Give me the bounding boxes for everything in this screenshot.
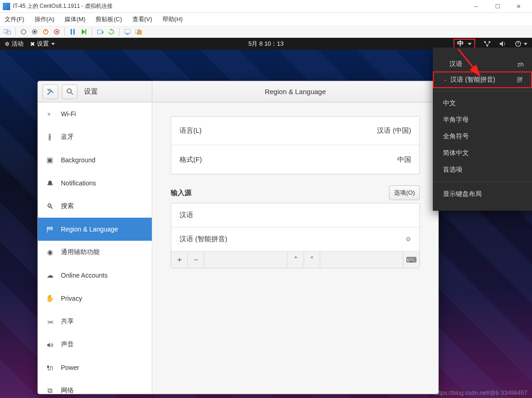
ime-option-label: 全角符号 [441, 132, 524, 141]
svg-rect-12 [85, 29, 86, 35]
settings-search-button[interactable] [62, 84, 78, 99]
svg-marker-14 [110, 29, 111, 31]
clock-label: 5月 8 10：13 [248, 40, 284, 47]
app-menu[interactable]: ✖ 设置 [30, 40, 55, 48]
sidebar-item-label: Power [61, 364, 79, 371]
menu-clipboard[interactable]: 剪贴板(C) [96, 15, 122, 24]
ime-option-hanyu[interactable]: 汉语 zh [433, 56, 532, 72]
sidebar-item-online-accounts[interactable]: ☁Online Accounts [38, 264, 152, 287]
ime-preferences[interactable]: 首选项 [433, 161, 532, 178]
sidebar-item-background[interactable]: ▣Background [38, 149, 152, 172]
power-icon: 🔌︎ [45, 364, 54, 372]
ime-mode-halfwidth[interactable]: 半角字母 [433, 112, 532, 128]
bluetooth-icon: ∦ [45, 133, 54, 141]
sidebar-item-label: Privacy [61, 295, 82, 302]
input-sources-options-button[interactable]: 选项(O) [389, 185, 420, 200]
separator [433, 91, 532, 91]
shutdown-button[interactable] [41, 27, 50, 36]
vm-desktop: ✲ 活动 ✖ 设置 5月 8 10：13 中 [0, 38, 532, 398]
input-source-row[interactable]: 汉语 [171, 203, 419, 227]
sidebar-item-search[interactable]: 🔍︎搜索 [38, 195, 152, 218]
minimize-button[interactable]: ─ [466, 0, 487, 13]
row-formats[interactable]: 格式(F) 中国 [171, 145, 419, 174]
row-label: 语言(L) [179, 126, 377, 135]
ime-option-label: 首选项 [441, 166, 524, 174]
search-icon: 🔍︎ [45, 202, 54, 210]
region-icon: ⛿ [45, 226, 54, 233]
svg-rect-16 [126, 34, 129, 35]
sidebar-item-sound[interactable]: 🔊︎声音 [38, 333, 152, 356]
svg-rect-18 [137, 30, 142, 35]
reset-button[interactable] [79, 27, 89, 36]
ime-show-keyboard-layout[interactable]: 显示键盘布局 [433, 186, 532, 202]
share-button[interactable] [134, 27, 143, 36]
sidebar-item-notifications[interactable]: 🔔︎Notifications [38, 172, 152, 195]
activities-icon[interactable]: ✲ 活动 [5, 40, 24, 48]
settings-sidebar: ᯤWi-Fi ∦蓝牙 ▣Background 🔔︎Notifications 🔍… [38, 102, 152, 394]
menu-file[interactable]: 文件(F) [5, 15, 24, 24]
bell-icon: 🔔︎ [45, 179, 54, 187]
stop-button[interactable] [30, 27, 39, 36]
svg-point-8 [56, 31, 58, 33]
close-button[interactable]: ✕ [508, 0, 529, 13]
activities-label: 活动 [12, 40, 24, 48]
ime-mode-chinese[interactable]: 中文 [433, 95, 532, 112]
menu-view[interactable]: 查看(V) [132, 15, 152, 24]
maximize-button[interactable]: ☐ [487, 0, 508, 13]
keyboard-layout-button[interactable]: ⌨ [403, 251, 419, 268]
svg-rect-9 [71, 29, 72, 35]
remove-input-source-button[interactable]: － [188, 251, 204, 268]
start-button[interactable] [19, 27, 28, 36]
sidebar-item-label: 通用辅助功能 [61, 248, 100, 256]
sidebar-item-label: Notifications [61, 179, 96, 187]
sidebar-item-accessibility[interactable]: ◉通用辅助功能 [38, 241, 152, 264]
clock[interactable]: 5月 8 10：13 [248, 40, 284, 48]
input-source-row[interactable]: 汉语 (智能拼音) ⚙ [171, 227, 419, 251]
menu-action[interactable]: 操作(A) [35, 15, 54, 24]
row-language[interactable]: 语言(L) 汉语 (中国) [171, 117, 419, 145]
settings-left-title: 设置 [84, 87, 98, 96]
selection-dot: · [442, 76, 448, 83]
sidebar-item-network[interactable]: ⧉网络 [38, 379, 152, 394]
ime-option-tag: 拼 [517, 76, 523, 84]
revert-button[interactable] [107, 27, 116, 36]
sidebar-item-label: 共享 [61, 317, 74, 326]
ime-mode-simplified[interactable]: 简体中文 [433, 145, 532, 161]
ime-option-label: 汉语 (智能拼音) [448, 76, 517, 84]
menu-media[interactable]: 媒体(M) [65, 15, 86, 24]
settings-window: 设置 Region & Language ᯤWi-Fi ∦蓝牙 ▣Backgro… [37, 81, 439, 394]
input-sources-title: 输入源 [171, 189, 389, 197]
ime-mode-fullwidth-symbols[interactable]: 全角符号 [433, 128, 532, 145]
sidebar-item-wifi[interactable]: ᯤWi-Fi [38, 102, 152, 125]
watermark: https://blog.csdn.net/@b 33498457 [434, 389, 527, 396]
power-icon[interactable] [515, 41, 527, 47]
checkpoint-button[interactable] [96, 27, 105, 36]
volume-icon[interactable] [499, 41, 507, 47]
input-sources-header: 输入源 选项(O) [171, 185, 420, 200]
settings-tools-button[interactable] [42, 84, 58, 99]
add-input-source-button[interactable]: ＋ [171, 251, 188, 268]
gear-icon[interactable]: ⚙ [406, 236, 411, 243]
move-down-button[interactable]: ˅ [304, 251, 320, 268]
sidebar-item-bluetooth[interactable]: ∦蓝牙 [38, 125, 152, 149]
sidebar-item-privacy[interactable]: ✋Privacy [38, 287, 152, 310]
sidebar-item-power[interactable]: 🔌︎Power [38, 356, 152, 379]
menu-help[interactable]: 帮助(H) [162, 15, 183, 24]
input-sources-toolbar: ＋ － ˄ ˅ ⌨ [171, 251, 419, 268]
enhanced-session-button[interactable] [123, 27, 132, 36]
sidebar-item-share[interactable]: ⫘共享 [38, 310, 152, 333]
ctrl-alt-del-button[interactable] [3, 27, 12, 36]
save-button[interactable] [52, 27, 61, 36]
sidebar-item-region-language[interactable]: ⛿Region & Language [38, 218, 152, 241]
ime-option-hanyu-pinyin[interactable]: · 汉语 (智能拼音) 拼 [433, 71, 532, 88]
pause-button[interactable] [68, 27, 78, 36]
sidebar-item-label: Region & Language [61, 226, 118, 233]
wifi-icon: ᯤ [45, 110, 54, 118]
ime-option-label: 中文 [441, 99, 524, 107]
language-formats-box: 语言(L) 汉语 (中国) 格式(F) 中国 [171, 116, 420, 174]
network-icon[interactable] [484, 41, 491, 47]
sound-icon: 🔊︎ [45, 341, 54, 349]
row-value: 汉语 (中国) [377, 126, 411, 135]
move-up-button[interactable]: ˄ [287, 251, 304, 268]
sidebar-item-label: 搜索 [61, 202, 74, 210]
